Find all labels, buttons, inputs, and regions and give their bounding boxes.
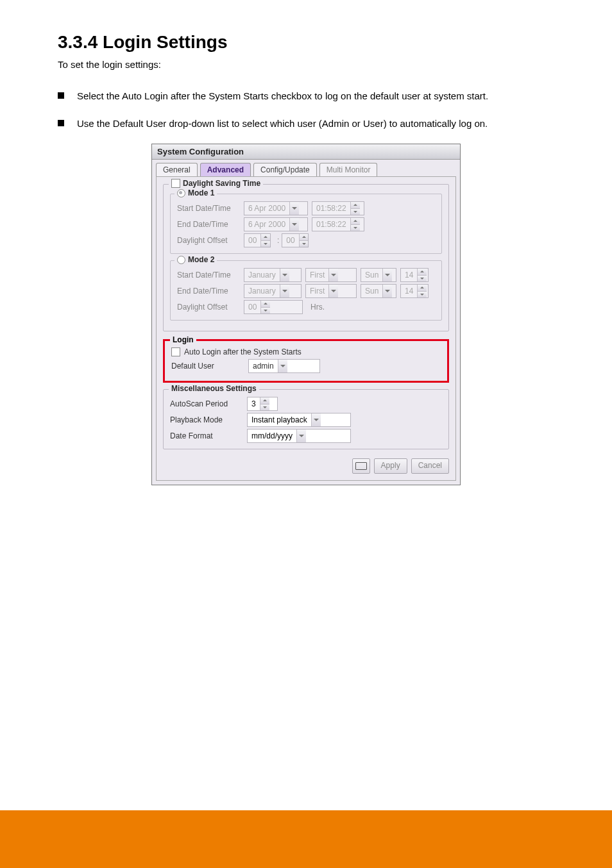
autoscan-spinner[interactable]: 3 [247, 397, 278, 411]
mode2-end-month[interactable]: January [244, 284, 302, 298]
bullet-item: Use the Default User drop-down list to s… [58, 117, 554, 131]
val: 14 [401, 271, 417, 280]
mode1-offset-h[interactable]: 00 [244, 233, 271, 247]
mode1-end-date-value: 6 Apr 2000 [244, 220, 289, 229]
mode2-end-hour[interactable]: 14 [400, 284, 429, 298]
autoscan-value: 3 [248, 399, 260, 408]
mode1-start-time[interactable]: 01:58:22 [312, 201, 364, 215]
mode2-start-label: Start Date/Time [177, 271, 244, 280]
mode1-start-time-value: 01:58:22 [312, 204, 350, 213]
dropdown-icon[interactable] [296, 430, 306, 442]
mode2-start-hour[interactable]: 14 [400, 268, 429, 282]
mode2-offset[interactable]: 00 [244, 300, 303, 314]
val: First [306, 287, 328, 296]
dst-group: Daylight Saving Time Mode 1 Start Date/T… [163, 184, 449, 331]
dst-legend: Daylight Saving Time [183, 179, 260, 188]
dropdown-icon[interactable] [280, 285, 289, 297]
mode1-end-time-value: 01:58:22 [312, 220, 350, 229]
dropdown-icon[interactable] [328, 269, 338, 281]
mode2-group: Mode 2 Start Date/Time January First Sun… [170, 260, 442, 321]
tab-general[interactable]: General [156, 163, 198, 176]
dropdown-icon[interactable] [382, 285, 392, 297]
hrs-suffix: Hrs. [310, 303, 325, 312]
mode1-end-time[interactable]: 01:58:22 [312, 217, 364, 231]
spinner-icon[interactable] [417, 269, 427, 281]
val: 00 [244, 303, 260, 312]
spinner-icon[interactable] [350, 202, 360, 215]
keyboard-button[interactable] [352, 458, 370, 474]
login-group: Login Auto Login after the System Starts… [163, 339, 449, 383]
mode1-end-date[interactable]: 6 Apr 2000 [244, 217, 308, 231]
mode1-offset-label: Daylight Offset [177, 236, 244, 245]
val: 14 [401, 287, 417, 296]
dropdown-icon[interactable] [289, 218, 299, 231]
playback-value: Instant playback [248, 415, 311, 424]
bullet-icon [58, 92, 64, 99]
spinner-icon[interactable] [260, 301, 270, 313]
cancel-button[interactable]: Cancel [411, 458, 449, 474]
mode1-group: Mode 1 Start Date/Time 6 Apr 2000 01:58:… [170, 194, 442, 254]
mode2-start-day[interactable]: Sun [361, 268, 396, 282]
footer-bar [0, 810, 612, 868]
dropdown-icon[interactable] [289, 202, 299, 215]
apply-button[interactable]: Apply [374, 458, 407, 474]
login-legend: Login [170, 335, 196, 344]
system-configuration-dialog: System Configuration General Advanced Co… [151, 144, 461, 485]
val: January [244, 287, 280, 296]
dialog-title: System Configuration [152, 144, 460, 160]
mode1-offset-m-value: 00 [282, 236, 298, 245]
mode2-start-week[interactable]: First [305, 268, 357, 282]
val: Sun [361, 271, 382, 280]
dst-checkbox[interactable] [171, 179, 180, 188]
default-user-value: admin [249, 362, 278, 371]
val: January [244, 271, 280, 280]
val: First [306, 271, 328, 280]
spinner-icon[interactable] [260, 234, 270, 247]
mode2-offset-label: Daylight Offset [177, 303, 244, 312]
dropdown-icon[interactable] [280, 269, 289, 281]
dropdown-icon[interactable] [382, 269, 392, 281]
mode1-start-date-value: 6 Apr 2000 [244, 204, 289, 213]
section-subtext: To set the login settings: [58, 59, 554, 70]
mode1-start-date[interactable]: 6 Apr 2000 [244, 201, 308, 215]
section-heading: 3.3.4 Login Settings [58, 32, 554, 53]
keyboard-icon [355, 462, 367, 470]
dropdown-icon[interactable] [278, 360, 287, 372]
auto-login-label: Auto Login after the System Starts [184, 347, 302, 356]
tab-strip: General Advanced Config/Update Multi Mon… [152, 160, 460, 176]
mode1-legend: Mode 1 [188, 188, 214, 197]
mode1-offset-m[interactable]: 00 [282, 233, 309, 247]
tab-advanced[interactable]: Advanced [200, 163, 251, 176]
mode2-start-month[interactable]: January [244, 268, 302, 282]
tab-config-update[interactable]: Config/Update [253, 163, 317, 176]
misc-group: Miscellaneous Settings AutoScan Period 3… [163, 389, 449, 449]
bullet-text: Select the Auto Login after the System S… [77, 89, 488, 104]
default-user-dropdown[interactable]: admin [248, 359, 320, 373]
spinner-icon[interactable] [260, 397, 269, 410]
dropdown-icon[interactable] [311, 413, 321, 426]
dateformat-value: mm/dd/yyyy [248, 431, 296, 440]
colon: : [277, 236, 279, 245]
mode2-end-label: End Date/Time [177, 287, 244, 296]
dateformat-label: Date Format [170, 431, 247, 440]
dropdown-icon[interactable] [328, 285, 338, 297]
auto-login-checkbox[interactable] [171, 347, 180, 356]
spinner-icon[interactable] [350, 218, 360, 231]
bullet-text: Use the Default User drop-down list to s… [77, 117, 488, 131]
spinner-icon[interactable] [299, 234, 309, 247]
val: Sun [361, 287, 382, 296]
default-user-label: Default User [171, 362, 248, 371]
spinner-icon[interactable] [417, 285, 427, 297]
misc-legend: Miscellaneous Settings [169, 384, 259, 393]
autoscan-label: AutoScan Period [170, 399, 247, 408]
mode2-end-week[interactable]: First [305, 284, 357, 298]
mode1-radio[interactable] [177, 189, 185, 197]
dateformat-dropdown[interactable]: mm/dd/yyyy [247, 429, 351, 443]
playback-dropdown[interactable]: Instant playback [247, 413, 351, 427]
mode2-end-day[interactable]: Sun [361, 284, 396, 298]
mode2-radio[interactable] [177, 256, 185, 264]
mode1-offset-h-value: 00 [244, 236, 260, 245]
mode1-start-label: Start Date/Time [177, 204, 244, 213]
tab-multi-monitor[interactable]: Multi Monitor [319, 163, 378, 176]
playback-label: Playback Mode [170, 415, 247, 424]
